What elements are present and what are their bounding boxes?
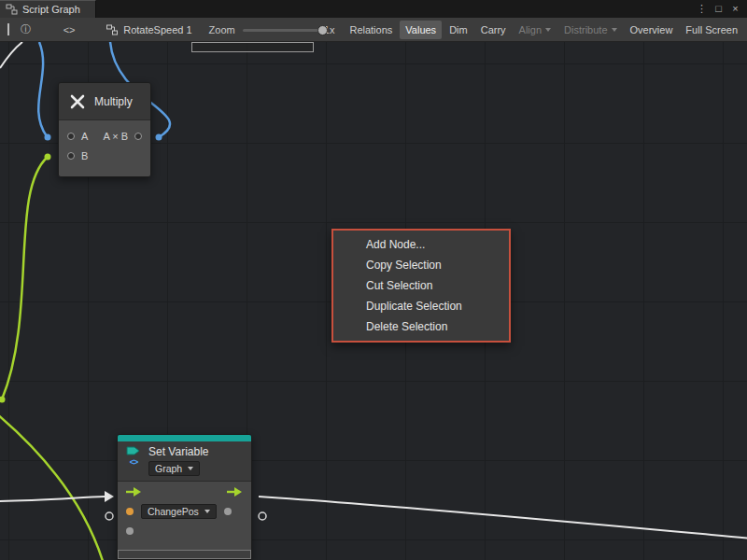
flow-in-port[interactable] [126,486,142,497]
edge-dot-green [0,397,6,403]
toolbar-button-overview[interactable]: Overview [625,21,679,39]
code-view-button[interactable]: <> [48,19,91,41]
code-icon: <> [63,24,76,35]
menu-item-duplicate-selection[interactable]: Duplicate Selection [333,296,509,316]
info-button[interactable]: ⓘ [15,19,36,41]
multiply-header: Multiply [59,83,150,120]
window-menu-icon[interactable]: ⋮ [695,0,709,18]
toolbar-button-distribute[interactable]: Distribute [558,21,622,39]
port-dot-b-green[interactable] [45,154,51,161]
toolbar-button-full-screen[interactable]: Full Screen [680,21,743,39]
wire-blue-to-port-a[interactable] [38,42,47,136]
output-port-result[interactable] [134,133,142,140]
value-port-gray-right[interactable] [224,508,232,515]
script-graph-window: Script Graph ⋮ □ × ⓘ <> RotateSpeed 1 [0,0,747,560]
tab-label: Script Graph [22,4,80,15]
wire-green-bottom-left[interactable] [0,413,103,560]
chevron-down-icon [545,28,551,32]
variable-name-dropdown[interactable]: ChangePos [141,504,217,519]
menu-item-delete-selection[interactable]: Delete Selection [333,316,509,337]
input-port-a[interactable] [67,133,75,140]
node-title: Multiply [94,95,133,108]
unconnected-port-right[interactable] [259,512,266,520]
port-label-b: B [81,150,88,161]
maximize-icon[interactable]: □ [712,0,726,18]
zoom-slider[interactable] [243,24,319,35]
tab-script-graph[interactable]: Script Graph [0,0,96,18]
wire-white-top-left[interactable] [0,42,22,68]
port-row: B [59,146,150,165]
port-dot-result-blue[interactable] [156,134,162,141]
zoom-track [243,29,319,32]
set-variable-icons: <> [125,445,142,476]
zoom-label: Zoom [209,24,235,35]
toolbar-button-values[interactable]: Values [400,21,442,39]
port-label-a: A [81,131,88,142]
lock-button[interactable] [2,19,15,41]
chevron-down-icon [204,510,210,513]
zoom-knob[interactable] [317,25,328,35]
node-set-variable[interactable]: <> Set Variable Graph [117,434,252,560]
port-row: A A × B [59,126,150,146]
node-footer [118,550,251,559]
port-label-result: A × B [103,131,128,142]
variable-kind-bar [118,435,251,441]
menu-item-cut-selection[interactable]: Cut Selection [333,275,509,296]
port-dot-a-blue[interactable] [45,134,51,141]
graph-icon [6,4,18,15]
extra-port-row [118,521,251,540]
flow-arrow-in[interactable] [105,491,114,502]
variable-icon [126,445,141,457]
set-variable-body: ChangePos [118,482,251,559]
node-title: Set Variable [148,445,208,458]
variable-name-value: ChangePos [148,506,199,517]
value-port-gray-bottom[interactable] [126,527,134,535]
close-icon[interactable]: × [728,0,742,18]
menu-item-copy-selection[interactable]: Copy Selection [333,255,509,275]
set-variable-texts: Set Variable Graph [148,445,208,476]
toolbar-button-relations[interactable]: Relations [344,21,398,39]
input-port-b[interactable] [67,152,75,160]
toolbar-button-carry[interactable]: Carry [475,21,512,39]
value-port-orange[interactable] [126,508,134,515]
set-variable-header: <> Set Variable Graph [118,441,251,482]
wire-green-to-port-b[interactable] [2,157,48,399]
graph-canvas[interactable]: Multiply A A × B B [0,42,747,560]
inline-edit-field[interactable] [191,42,314,52]
flow-out-port[interactable] [227,486,243,497]
wire-white-flow-in[interactable] [0,497,105,501]
scope-dropdown[interactable]: Graph [148,461,200,476]
lock-icon [7,24,9,35]
context-menu: Add Node... Copy Selection Cut Selection… [331,229,511,343]
code-icon: <> [130,457,138,467]
graph-asset-icon [106,24,119,35]
graph-toolbar: ⓘ <> RotateSpeed 1 Zoom 1x Relations Val… [0,18,747,42]
info-icon: ⓘ [21,22,31,36]
toolbar-button-dim[interactable]: Dim [444,21,473,39]
flow-port-row [118,482,251,501]
graph-breadcrumb[interactable]: RotateSpeed 1 [106,24,191,35]
node-multiply[interactable]: Multiply A A × B B [58,82,151,177]
unconnected-port-left[interactable] [106,512,113,520]
multiply-x-icon [68,92,87,111]
toolbar-button-align[interactable]: Align [514,21,557,39]
window-controls: ⋮ □ × [695,0,747,18]
chevron-down-icon [188,467,193,470]
scope-value: Graph [155,463,182,474]
toolbar-buttons: Relations Values Dim Carry Align Distrib… [344,21,745,39]
variable-port-row: ChangePos [118,501,251,521]
wire-white-flow-out[interactable] [259,497,747,539]
breadcrumb-label: RotateSpeed 1 [123,24,191,35]
menu-item-add-node[interactable]: Add Node... [333,234,509,255]
multiply-body: A A × B B [59,120,150,177]
titlebar: Script Graph ⋮ □ × [0,0,747,18]
chevron-down-icon [612,28,617,32]
